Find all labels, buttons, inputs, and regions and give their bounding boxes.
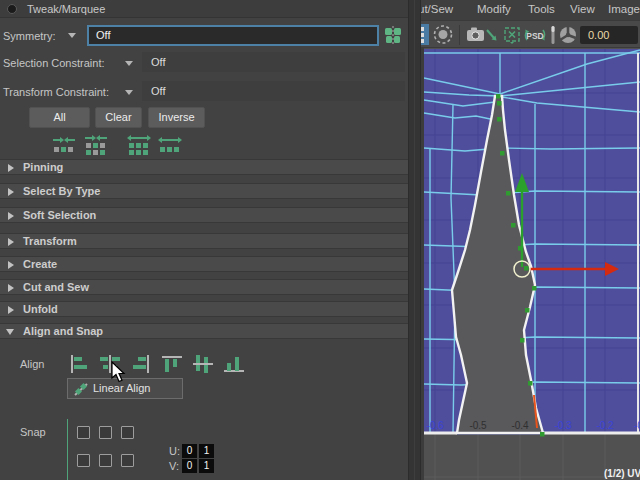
snap-checkbox-5[interactable] (99, 454, 112, 467)
align-label: Align (20, 358, 44, 370)
transform-constraint-label: Transform Constraint: (3, 86, 109, 98)
u-tick-label: -0.2 (596, 420, 614, 431)
snap-checkbox-1[interactable] (77, 426, 90, 439)
linear-align-icon (73, 382, 89, 397)
align-top-icon[interactable] (159, 352, 185, 376)
uv-editor-panel: ut/Sew Modify Tools View Image (421, 0, 640, 480)
snap-label: Snap (20, 426, 46, 438)
section-transform[interactable]: Transform (0, 233, 408, 249)
svg-text:PSD: PSD (526, 31, 543, 41)
section-soft-selection[interactable]: Soft Selection (0, 207, 408, 223)
selection-constraint-label: Selection Constraint: (3, 57, 105, 69)
snap-divider (67, 419, 68, 480)
uv-viewport[interactable]: -0.6 -0.5 -0.4 -0.3 -0.2 -0 (1/2) UV (421, 48, 640, 480)
collapse-arrow-icon (8, 212, 14, 220)
menu-cut-sew[interactable]: ut/Sew (421, 3, 453, 15)
collapse-arrow-icon (8, 284, 14, 292)
align-left-icon[interactable] (66, 352, 92, 376)
snap-u-label: U: (169, 445, 180, 457)
maya-uv-editor-window: Tweak/Marquee Symmetry: Off Selection Co… (0, 0, 640, 480)
aperture-icon[interactable] (559, 26, 577, 44)
collapse-arrow-icon (8, 238, 14, 246)
snap-v-label: V: (169, 460, 179, 472)
selection-constraint-field[interactable]: Off (142, 52, 405, 72)
texture-borders-icon[interactable] (504, 27, 520, 44)
uv-editor-menubar: ut/Sew Modify Tools View Image (421, 0, 640, 20)
u-tick-label: -0.5 (469, 420, 487, 431)
menu-view[interactable]: View (570, 3, 595, 15)
camera-snapshot-icon[interactable] (466, 26, 498, 44)
section-create[interactable]: Create (0, 256, 408, 272)
symmetry-dropdown-icon[interactable] (68, 33, 76, 38)
viewport-left-border (421, 48, 424, 480)
toolbar-separator (459, 25, 460, 45)
film-strip-icon[interactable] (421, 24, 429, 45)
rotation-value-field[interactable]: 0.00 (580, 26, 638, 44)
select-all-button[interactable]: All (29, 107, 90, 128)
selection-constraint-dropdown-icon[interactable] (125, 61, 133, 66)
section-pinning[interactable]: Pinning (0, 159, 408, 175)
section-unfold[interactable]: Unfold (0, 301, 408, 317)
collapse-arrow-icon (8, 261, 14, 269)
snap-u-value-0[interactable]: 0 (182, 444, 197, 458)
snap-v-value-0[interactable]: 0 (182, 459, 197, 473)
tooltip-text: Linear Align (93, 382, 151, 394)
collapse-arrow-icon (8, 164, 14, 172)
inverse-selection-button[interactable]: Inverse (148, 107, 205, 128)
snap-checkbox-4[interactable] (77, 454, 90, 467)
pin-slider-icon[interactable] (550, 25, 556, 45)
tool-indicator-icon[interactable] (7, 4, 17, 14)
u-tick-label: -0.3 (554, 420, 572, 431)
expand-arrow-icon (6, 329, 14, 335)
collapse-arrow-icon (8, 306, 14, 314)
menu-tools[interactable]: Tools (528, 3, 555, 15)
section-select-by-type[interactable]: Select By Type (0, 183, 408, 199)
uv-editor-toolbar: PSD 0.00 (421, 20, 640, 48)
u-tick-label: -0.4 (511, 420, 529, 431)
shrink-selection-grid-icon[interactable] (82, 133, 110, 157)
menu-image[interactable]: Image (608, 3, 640, 15)
panel-title-row: Tweak/Marquee (0, 0, 408, 18)
target-circle-icon[interactable] (432, 24, 454, 45)
shrink-selection-row-icon[interactable] (50, 133, 78, 157)
align-middle-horizontal-icon[interactable] (190, 352, 216, 376)
tweak-marquee-panel: Tweak/Marquee Symmetry: Off Selection Co… (0, 0, 408, 480)
collapse-arrow-icon (8, 188, 14, 196)
clear-selection-button[interactable]: Clear (95, 107, 142, 128)
symmetry-field[interactable]: Off (87, 25, 379, 46)
transform-constraint-dropdown-icon[interactable] (125, 90, 133, 95)
section-cut-and-sew[interactable]: Cut and Sew (0, 279, 408, 295)
snap-v-value-1[interactable]: 1 (199, 459, 214, 473)
viewport-status-text: (1/2) UV (604, 468, 640, 479)
psd-icon[interactable]: PSD (523, 25, 547, 45)
section-align-and-snap[interactable]: Align and Snap (0, 323, 408, 339)
symmetry-label: Symmetry: (3, 30, 56, 42)
u-tick-label: -0 (634, 420, 640, 431)
snap-checkbox-3[interactable] (121, 426, 134, 439)
snap-u-value-1[interactable]: 1 (199, 444, 214, 458)
transform-constraint-field[interactable]: Off (142, 81, 405, 101)
grow-selection-row-icon[interactable] (156, 133, 184, 157)
symmetry-icon[interactable] (383, 26, 403, 46)
align-right-icon[interactable] (128, 352, 154, 376)
panel-splitter[interactable] (408, 0, 421, 480)
panel-title: Tweak/Marquee (27, 3, 105, 15)
mouse-cursor (110, 361, 126, 383)
align-bottom-icon[interactable] (221, 352, 247, 376)
menu-modify[interactable]: Modify (477, 3, 511, 15)
snap-checkbox-2[interactable] (99, 426, 112, 439)
snap-checkbox-6[interactable] (121, 454, 134, 467)
grow-selection-grid-icon[interactable] (125, 133, 153, 157)
u-tick-label: -0.6 (426, 420, 444, 431)
